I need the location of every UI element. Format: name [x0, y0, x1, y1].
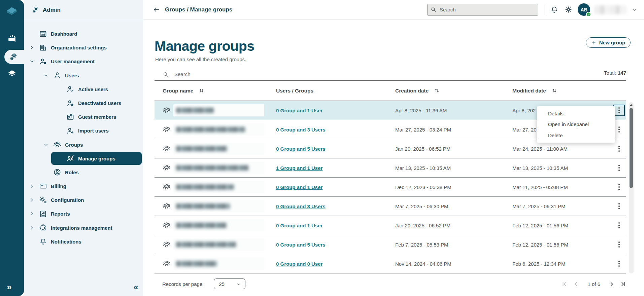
row-actions-kebab-button[interactable]: [613, 124, 625, 135]
creation-date: Mar 7, 2025 - 06:30 PM: [395, 204, 512, 209]
sidebar-item-label: User management: [51, 59, 95, 64]
previous-page-button[interactable]: [573, 281, 579, 287]
row-actions-kebab-button[interactable]: [613, 200, 625, 212]
table-row[interactable]: 0 Group and 0 UserNov 14, 2024 - 04:06 P…: [155, 254, 626, 273]
sidebar-item-label: Manage groups: [78, 156, 115, 161]
scroll-up-arrow-icon[interactable]: [629, 103, 633, 107]
app-logo-icon[interactable]: [5, 4, 19, 15]
context-menu-item-delete[interactable]: Delete: [537, 130, 615, 141]
users-groups-link[interactable]: 1 Group and 1 User: [276, 165, 323, 171]
users-groups-link[interactable]: 0 Group and 3 Users: [276, 127, 326, 133]
users-groups-link[interactable]: 0 Group and 0 User: [276, 261, 323, 267]
row-actions-cell: [611, 200, 626, 212]
users-groups-link[interactable]: 0 Group and 5 Users: [276, 242, 326, 248]
context-menu-item-details[interactable]: Details: [537, 108, 615, 119]
sort-icon[interactable]: [552, 88, 557, 93]
sidebar-item-user-management[interactable]: User management: [24, 54, 143, 68]
rail-selected-pill: [4, 50, 24, 64]
group-icon: [163, 125, 171, 134]
row-actions-kebab-button[interactable]: [613, 143, 625, 154]
group-icon: [163, 240, 171, 249]
pager: 1 of 6: [562, 281, 626, 287]
admin-gears-icon[interactable]: [9, 52, 18, 62]
table-row[interactable]: 0 Group and 3 UsersMar 7, 2025 - 06:30 P…: [155, 197, 626, 216]
sidebar-item-dashboard[interactable]: Dashboard: [24, 27, 143, 41]
column-header-group-name[interactable]: Group name: [163, 88, 276, 94]
row-actions-kebab-button[interactable]: [613, 181, 625, 193]
sidebar-item-label: Notifications: [51, 239, 81, 245]
records-per-page-select[interactable]: 25: [214, 279, 245, 289]
users-groups-link[interactable]: 0 Group and 1 User: [276, 184, 323, 190]
library-icon[interactable]: [7, 67, 17, 77]
users-groups-link[interactable]: 0 Group and 1 User: [276, 223, 323, 228]
context-menu-item-open-in-sidepanel[interactable]: Open in sidepanel: [537, 119, 615, 130]
sidebar-item-configuration[interactable]: Configuration: [24, 193, 143, 207]
table-row[interactable]: 0 Group and 1 UserJan 20, 2025 - 06:52 P…: [155, 216, 626, 235]
notifications-bell-icon[interactable]: [550, 5, 558, 14]
blur-smudge: [176, 204, 230, 209]
column-header-label: Group name: [163, 88, 193, 94]
avatar[interactable]: AB: [578, 3, 590, 16]
group-icon: [163, 106, 171, 114]
sort-icon[interactable]: [199, 88, 204, 93]
table-search-input[interactable]: [174, 71, 309, 77]
sidebar-item-organizational-settings[interactable]: Organizational settings: [24, 41, 143, 54]
global-search-input[interactable]: [427, 4, 538, 16]
table-row[interactable]: 1 Group and 1 UserMar 13, 2025 - 10:35 A…: [155, 158, 626, 178]
users-groups-link[interactable]: 0 Group and 5 Users: [276, 146, 326, 152]
last-page-button[interactable]: [620, 281, 626, 287]
sidebar-item-deactivated-users[interactable]: Deactivated users: [24, 96, 143, 110]
sidebar-item-reports[interactable]: Reports: [24, 207, 143, 221]
chevron-down-icon[interactable]: [631, 7, 637, 13]
first-page-button[interactable]: [562, 281, 567, 287]
chevron-right-icon: [29, 225, 39, 231]
sidebar-item-guest-members[interactable]: Guest members: [24, 110, 143, 124]
pagination-bar: Records per page 25 1 of 6: [155, 273, 626, 294]
dashboard-icon: [39, 30, 47, 38]
sidebar-item-label: Groups: [65, 142, 83, 148]
users-groups-link[interactable]: 0 Group and 1 User: [276, 108, 323, 113]
sidebar-item-roles[interactable]: Roles: [24, 165, 143, 179]
chevron-slot: [56, 114, 66, 120]
collapse-sidebar-button[interactable]: «: [134, 283, 138, 291]
column-header-label: Creation date: [395, 88, 429, 94]
settings-gear-icon[interactable]: [564, 5, 573, 14]
row-actions-kebab-button[interactable]: [613, 220, 625, 231]
blur-smudge: [176, 261, 217, 266]
sidebar-item-users[interactable]: Users: [24, 69, 143, 82]
table-row[interactable]: 0 Group and 5 UsersFeb 7, 2025 - 05:53 P…: [155, 235, 626, 254]
sidebar-item-notifications[interactable]: Notifications: [24, 235, 143, 249]
group-name-redacted: [173, 162, 264, 174]
new-group-button[interactable]: New group: [586, 37, 631, 48]
group-icon: [163, 164, 171, 172]
sidebar-item-billing[interactable]: Billing: [24, 179, 143, 193]
table-scrollbar[interactable]: [629, 102, 634, 273]
expand-rail-button[interactable]: »: [7, 283, 11, 291]
row-actions-kebab-button[interactable]: [613, 162, 625, 174]
creation-date: Jan 20, 2025 - 06:52 PM: [395, 223, 512, 228]
column-header-modified-date[interactable]: Modified date: [512, 88, 611, 94]
back-arrow-icon[interactable]: [152, 6, 160, 13]
row-actions-kebab-button[interactable]: [613, 258, 625, 269]
users-groups-cell: 1 Group and 1 User: [276, 165, 395, 171]
next-page-button[interactable]: [609, 281, 615, 287]
row-actions-kebab-button[interactable]: [613, 105, 625, 116]
building-icon: [39, 44, 47, 52]
sidebar-item-integrations-management[interactable]: Integrations management: [24, 221, 143, 234]
users-groups-link[interactable]: 0 Group and 3 Users: [276, 204, 326, 209]
group-name-redacted: [173, 104, 264, 116]
studio-icon[interactable]: [7, 34, 17, 44]
sidebar-item-manage-groups[interactable]: Manage groups: [51, 152, 142, 165]
scrollbar-thumb[interactable]: [630, 108, 633, 188]
sidebar-item-label: Deactivated users: [78, 100, 121, 106]
sidebar-item-import-users[interactable]: Import users: [24, 124, 143, 138]
column-header-creation-date[interactable]: Creation date: [395, 88, 512, 94]
modified-date: Feb 12, 2025 - 01:56 PM: [512, 223, 611, 228]
table-row[interactable]: 0 Group and 1 UserDec 12, 2023 - 05:38 P…: [155, 178, 626, 197]
sort-icon[interactable]: [434, 88, 439, 93]
sidebar-item-active-users[interactable]: Active users: [24, 82, 143, 96]
chevron-slot: [56, 100, 66, 106]
row-actions-kebab-button[interactable]: [613, 239, 625, 250]
sidebar-item-groups[interactable]: Groups: [24, 138, 143, 152]
search-icon: [430, 6, 437, 13]
